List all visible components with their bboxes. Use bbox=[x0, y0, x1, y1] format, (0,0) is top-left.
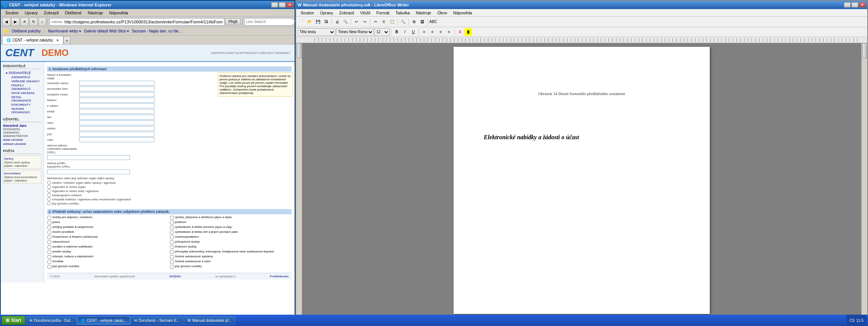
input-domiciliani[interactable] bbox=[79, 86, 154, 91]
cb-8[interactable] bbox=[47, 255, 51, 259]
taskbar-task-1[interactable]: 🌐 CENT - veřejné zakáz... bbox=[77, 316, 130, 324]
lo-menu-vlozit[interactable]: Vložit bbox=[357, 10, 373, 16]
sidebar-posta-zpravy[interactable]: Zprávy bbox=[4, 157, 40, 161]
maximize-button[interactable]: □ bbox=[279, 2, 286, 8]
lo-undo-button[interactable]: ↩ bbox=[353, 18, 360, 26]
sidebar-link-detail[interactable]: detail uživatele bbox=[3, 138, 41, 142]
menu-upravy[interactable]: Upravy bbox=[21, 10, 41, 16]
lo-menu-format[interactable]: Formát bbox=[373, 10, 393, 16]
lo-cut-button[interactable]: ✂ bbox=[372, 18, 379, 26]
lo-vscroll2-thumb[interactable] bbox=[862, 43, 867, 58]
menu-soubor[interactable]: Soubor bbox=[2, 10, 21, 16]
lo-redo-button[interactable]: ↪ bbox=[361, 18, 368, 26]
lo-close-button[interactable]: ✕ bbox=[859, 2, 866, 8]
underline-button[interactable]: U bbox=[410, 28, 417, 36]
radio-ustredni[interactable] bbox=[47, 181, 51, 185]
menu-napoveda[interactable]: Nápověda bbox=[106, 10, 131, 16]
cbr-6[interactable] bbox=[170, 245, 174, 249]
menu-nastroje[interactable]: Nástroje bbox=[85, 10, 106, 16]
lo-find-button[interactable]: 🔍 bbox=[399, 18, 407, 26]
cbr-4[interactable] bbox=[170, 235, 174, 239]
lo-menu-napoveda[interactable]: Nápověda bbox=[450, 10, 475, 16]
lo-insert-image-button[interactable]: 🖼 bbox=[419, 18, 426, 26]
cb-7[interactable] bbox=[47, 250, 51, 254]
lo-maximize-button[interactable]: □ bbox=[851, 2, 858, 8]
input-psc[interactable] bbox=[79, 132, 154, 137]
lo-open-button[interactable]: 📂 bbox=[306, 18, 313, 26]
font-color-button[interactable]: A bbox=[456, 28, 464, 36]
back-button[interactable]: ◀ bbox=[2, 18, 11, 26]
lo-paste-button[interactable]: 📋 bbox=[388, 18, 396, 26]
lo-save-remote-button[interactable]: 🖫 bbox=[322, 18, 330, 26]
lo-copy-button[interactable]: ⎘ bbox=[380, 18, 388, 26]
cbr-8[interactable] bbox=[170, 255, 174, 259]
sidebar-sub-dokumenty[interactable]: DOKUMENTY bbox=[6, 103, 41, 107]
lo-print-preview-button[interactable]: 🔍 bbox=[342, 18, 349, 26]
cbr-1[interactable] bbox=[170, 221, 174, 225]
style-select[interactable]: Tělo textu bbox=[298, 28, 335, 36]
forward-button[interactable]: ▶ bbox=[11, 18, 20, 26]
cb-9[interactable] bbox=[47, 260, 51, 264]
refresh-button[interactable]: ↻ bbox=[29, 18, 38, 26]
lo-vscroll-track[interactable] bbox=[296, 43, 302, 318]
cbr-7[interactable] bbox=[170, 250, 174, 254]
close-button[interactable]: ✕ bbox=[286, 2, 293, 8]
lo-minimize-button[interactable]: ─ bbox=[844, 2, 851, 8]
italic-button[interactable]: I bbox=[401, 28, 409, 36]
ie-tab-new[interactable]: + bbox=[63, 37, 71, 44]
lo-menu-tabulka[interactable]: Tabulka bbox=[393, 10, 413, 16]
lo-vscroll2-track[interactable] bbox=[862, 43, 867, 318]
radio-regionalni2[interactable] bbox=[47, 189, 51, 193]
stop-button[interactable]: ✕ bbox=[20, 18, 29, 26]
go-button[interactable]: Přejít bbox=[225, 18, 241, 25]
input-fax[interactable] bbox=[79, 115, 154, 120]
footer-profinetworks[interactable]: ProfiNetworks bbox=[270, 275, 289, 278]
lo-vscroll-thumb[interactable] bbox=[297, 43, 301, 58]
input-mesto[interactable] bbox=[79, 126, 154, 131]
input-ulice[interactable] bbox=[79, 120, 154, 125]
radio-evropska[interactable] bbox=[47, 197, 51, 201]
align-left-button[interactable]: ≡ bbox=[420, 28, 428, 36]
input-kontakt[interactable] bbox=[79, 92, 154, 97]
lo-menu-zobrazit[interactable]: Zobrazit bbox=[336, 10, 357, 16]
cbr-5[interactable] bbox=[170, 240, 174, 244]
sidebar-sub-zadavatele[interactable]: ZADAVATELÉ bbox=[6, 75, 41, 79]
cb-3[interactable] bbox=[47, 231, 51, 234]
highlight-button[interactable]: ▓ bbox=[465, 28, 472, 36]
input-obchodni[interactable] bbox=[79, 81, 154, 86]
align-right-button[interactable]: ≡ bbox=[437, 28, 445, 36]
lo-print-button[interactable]: 🖨 bbox=[333, 18, 341, 26]
minimize-button[interactable]: ─ bbox=[271, 2, 278, 8]
lo-spellcheck-button[interactable]: ABC bbox=[429, 18, 437, 26]
address-input[interactable] bbox=[64, 20, 223, 24]
input-telefon[interactable] bbox=[79, 98, 154, 103]
sidebar-sub-seznam[interactable]: SEZNAM ORGANIZACI bbox=[6, 107, 41, 114]
input-profil[interactable] bbox=[47, 169, 130, 174]
lo-save-button[interactable]: 💾 bbox=[314, 18, 322, 26]
ie-tab-cent[interactable]: 🌐 CENT - veřejné zakázky ✕ bbox=[2, 36, 63, 44]
size-select[interactable]: 12 bbox=[374, 28, 390, 36]
menu-zobrazit[interactable]: Zobrazit bbox=[41, 10, 62, 16]
sidebar-sub-verejne[interactable]: VEŘEJNÉ ZAKÁZKY bbox=[6, 79, 41, 83]
taskbar-task-0[interactable]: ✉ Doručená pošta - Out... bbox=[26, 316, 76, 324]
input-krukam[interactable] bbox=[79, 103, 154, 108]
font-select[interactable]: Times New Roman bbox=[336, 28, 374, 36]
cbr-2[interactable] bbox=[170, 226, 174, 229]
sidebar-komunikace[interactable]: Komunikace bbox=[4, 171, 40, 175]
radio-jiny[interactable] bbox=[47, 201, 51, 205]
search-input[interactable] bbox=[246, 20, 294, 24]
lo-insert-table-button[interactable]: ⊞ bbox=[410, 18, 418, 26]
cb-10[interactable] bbox=[47, 265, 51, 269]
input-adresa[interactable] bbox=[47, 155, 130, 160]
align-justify-button[interactable]: ≡ bbox=[445, 28, 453, 36]
lo-new-button[interactable]: 📄 bbox=[298, 18, 305, 26]
fav-navrhowane[interactable]: Navrhované weby ▾ bbox=[48, 29, 81, 33]
menu-oblibene[interactable]: Oblíbené bbox=[62, 10, 85, 16]
cb-1[interactable] bbox=[47, 221, 51, 225]
fav-seznam[interactable]: Seznam - Najdu tam, co hle... bbox=[132, 29, 182, 33]
tab-close-icon[interactable]: ✕ bbox=[56, 38, 59, 42]
cbr-10[interactable] bbox=[170, 265, 174, 269]
lo-menu-upravy[interactable]: Úpravy bbox=[317, 10, 336, 16]
radio-regionalni1[interactable] bbox=[47, 185, 51, 189]
cbr-3[interactable] bbox=[170, 231, 174, 234]
